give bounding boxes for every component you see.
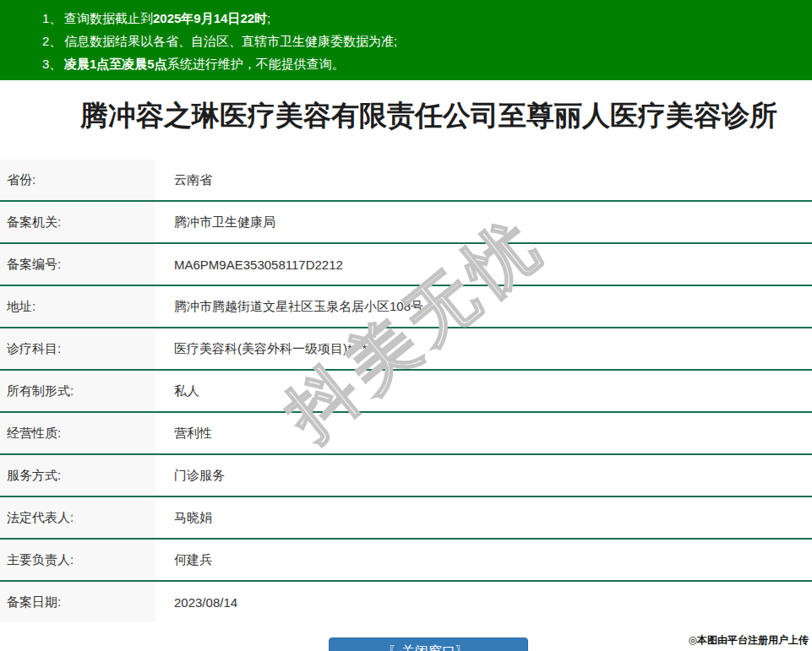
- table-row-operating-nature: 经营性质: 营利性: [0, 412, 812, 454]
- notice-line-3: 3、 凌晨1点至凌晨5点系统进行维护，不能提供查询。: [42, 52, 804, 75]
- table-row-legal-representative: 法定代表人: 马晓娟: [0, 496, 812, 539]
- field-value: 营利性: [155, 412, 812, 454]
- field-label: 主要负责人:: [0, 539, 155, 581]
- notice-text: 查询数据截止到2025年9月14日22时;: [64, 7, 270, 30]
- table-row-service-mode: 服务方式: 门诊服务: [0, 454, 812, 496]
- notice-text: 信息数据结果以各省、自治区、直辖市卫生健康委数据为准;: [64, 30, 397, 52]
- notice-bar: 1、 查询数据截止到2025年9月14日22时; 2、 信息数据结果以各省、自治…: [0, 0, 812, 80]
- notice-number: 1、: [42, 7, 64, 30]
- notice-line-2: 2、 信息数据结果以各省、自治区、直辖市卫生健康委数据为准;: [42, 30, 804, 52]
- field-label: 备案编号:: [0, 243, 155, 285]
- field-label: 诊疗科目:: [0, 328, 155, 370]
- table-row-principal-person: 主要负责人: 何建兵: [0, 539, 812, 581]
- field-label: 地址:: [0, 285, 155, 328]
- field-value: 腾冲市腾越街道文星社区玉泉名居小区108号: [155, 285, 812, 328]
- field-label: 备案日期:: [0, 581, 155, 622]
- registration-info-table: 省份: 云南省 备案机关: 腾冲市卫生健康局 备案编号: MA6PM9AE353…: [0, 160, 812, 622]
- table-row-filing-authority: 备案机关: 腾冲市卫生健康局: [0, 201, 812, 243]
- notice-number: 3、: [42, 52, 64, 75]
- close-window-button[interactable]: 〖关闭窗口〗: [329, 637, 528, 651]
- table-row-address: 地址: 腾冲市腾越街道文星社区玉泉名居小区108号: [0, 285, 812, 328]
- field-label: 服务方式:: [0, 454, 155, 496]
- field-label: 省份:: [0, 160, 155, 201]
- field-label: 法定代表人:: [0, 496, 155, 539]
- notice-text: 凌晨1点至凌晨5点系统进行维护，不能提供查询。: [64, 52, 345, 75]
- table-row-filing-number: 备案编号: MA6PM9AE353058117D2212: [0, 243, 812, 285]
- table-row-province: 省份: 云南省: [0, 160, 812, 201]
- field-label: 备案机关:: [0, 201, 155, 243]
- page-title: 腾冲容之琳医疗美容有限责任公司至尊丽人医疗美容诊所: [23, 80, 812, 160]
- field-value: 云南省: [155, 160, 812, 201]
- field-value: 马晓娟: [155, 496, 812, 539]
- field-value: 腾冲市卫生健康局: [155, 201, 812, 243]
- field-value: 私人: [155, 370, 812, 412]
- notice-number: 2、: [42, 30, 64, 52]
- field-value: 医疗美容科(美容外科一级项目)******: [155, 328, 812, 370]
- table-row-filing-date: 备案日期: 2023/08/14: [0, 581, 812, 622]
- field-label: 所有制形式:: [0, 370, 155, 412]
- field-value: 门诊服务: [155, 454, 812, 496]
- table-row-ownership-form: 所有制形式: 私人: [0, 370, 812, 412]
- notice-line-1: 1、 查询数据截止到2025年9月14日22时;: [42, 7, 804, 30]
- field-value: 何建兵: [155, 539, 812, 581]
- attribution-note: ◎本图由平台注册用户上传: [689, 633, 809, 648]
- field-value: MA6PM9AE353058117D2212: [155, 243, 812, 285]
- field-label: 经营性质:: [0, 412, 155, 454]
- field-value: 2023/08/14: [155, 581, 812, 622]
- table-row-medical-subjects: 诊疗科目: 医疗美容科(美容外科一级项目)******: [0, 328, 812, 370]
